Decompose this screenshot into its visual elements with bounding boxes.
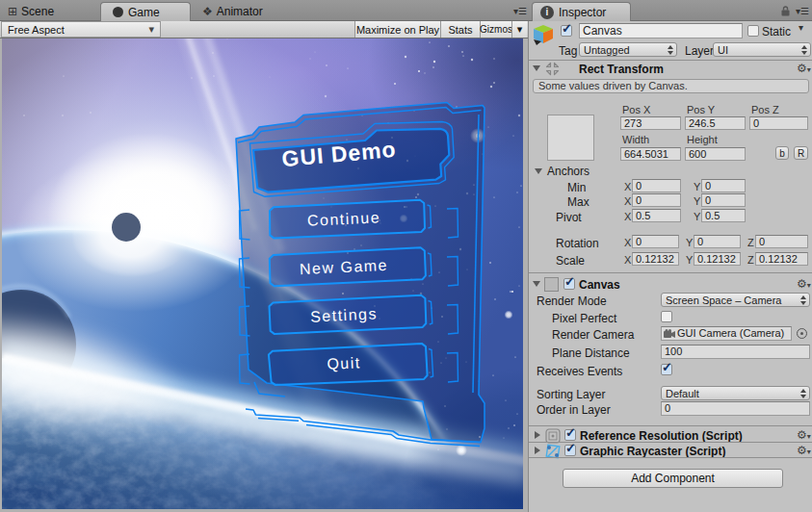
svg-text:Quit: Quit (327, 354, 361, 372)
svg-text:Settings: Settings (310, 305, 379, 324)
